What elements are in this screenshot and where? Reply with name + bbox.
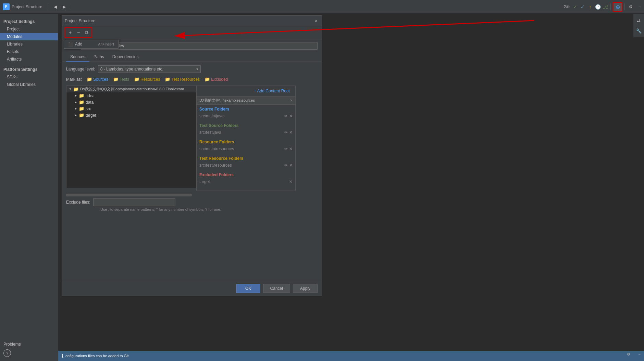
sidebar-item-facets[interactable]: Facets [0, 48, 58, 55]
dialog-close-button[interactable]: × [313, 18, 319, 24]
tab-paths[interactable]: Paths [89, 52, 108, 62]
dropdown-item-add[interactable]: ⬛ Add Alt+Insert [64, 40, 118, 48]
tree-and-panel: ▼ 📁 D:\我的文件\QQ文件\optaplanner-distributio… [66, 86, 318, 191]
app-icon: P [3, 3, 10, 10]
src-folder-icon: 📁 [79, 106, 84, 111]
test-resources-folder-icon: 📁 [165, 77, 170, 82]
minimize-icon[interactable]: − [636, 3, 643, 11]
git-check-green[interactable]: ✓ [571, 3, 579, 11]
dialog-footer: OK Cancel Apply [62, 281, 322, 296]
test-source-folder-remove[interactable]: ✕ [289, 130, 293, 135]
mark-as-row: Mark as: 📁 Sources 📁 Tests 📁 Resour [66, 76, 318, 82]
mark-test-resources[interactable]: 📁 Test Resources [163, 76, 201, 82]
source-folder-edit[interactable]: ✏ [284, 114, 288, 118]
sources-panel-close-button[interactable]: × [290, 98, 293, 103]
tree-scrollbar[interactable] [66, 194, 318, 196]
copy-button[interactable]: ⧉ [83, 29, 90, 36]
test-resource-folders-section: Test Resource Folders src\test\resources… [197, 154, 295, 170]
data-folder-icon: 📁 [79, 100, 84, 105]
tree-idea[interactable]: ▶ 📁 .idea [66, 92, 196, 99]
root-arrow: ▼ [68, 87, 73, 92]
sources-folder-icon: 📁 [87, 77, 92, 82]
ok-button[interactable]: OK [236, 284, 260, 293]
add-content-root-button[interactable]: + Add Content Root [251, 87, 293, 95]
add-dropdown: ⬛ Add Alt+Insert [64, 40, 119, 49]
resource-folder-item: src\main\resources ✏ ✕ [199, 146, 293, 152]
git-clock[interactable]: 🕐 [594, 3, 602, 11]
test-resource-folder-edit[interactable]: ✏ [284, 163, 288, 168]
source-folder-path: src\main\java [199, 114, 224, 118]
tree-data[interactable]: ▶ 📁 data [66, 99, 196, 105]
mark-as-label: Mark as: [66, 77, 82, 82]
mark-excluded[interactable]: 📁 Excluded [203, 76, 229, 82]
resources-folder-icon: 📁 [134, 77, 139, 82]
status-gear-icon[interactable]: ⚙ [627, 352, 630, 357]
tab-sources[interactable]: Sources [66, 52, 89, 62]
sidebar-item-libraries[interactable]: Libraries [0, 40, 58, 48]
add-button[interactable]: + [66, 29, 74, 36]
nav-forward[interactable]: ▶ [60, 3, 68, 11]
cancel-button[interactable]: Cancel [263, 284, 290, 293]
dialog-toolbar: + − ⧉ ⬛ Add [62, 26, 322, 39]
sidebar-item-problems[interactable]: Problems [0, 340, 58, 348]
resource-folders-section: Resource Folders src\main\resources ✏ ✕ [197, 138, 295, 154]
excluded-folder-actions: ✕ [289, 179, 293, 184]
resource-folder-remove[interactable]: ✕ [289, 146, 293, 151]
mark-resources[interactable]: 📁 Resources [133, 76, 161, 82]
tab-dependencies[interactable]: Dependencies [108, 52, 143, 62]
test-resource-folder-remove[interactable]: ✕ [289, 163, 293, 168]
excluded-folder-icon: 📁 [205, 77, 210, 82]
resource-folder-actions: ✏ ✕ [284, 146, 293, 151]
exclude-files-label: Exclude files: [66, 200, 90, 205]
tree-target[interactable]: ▶ 📁 target [66, 112, 196, 118]
git-branch[interactable]: ⎇ [602, 3, 609, 11]
excluded-folder-remove[interactable]: ✕ [289, 179, 293, 184]
sep3 [610, 3, 611, 10]
highlighted-action-button[interactable]: ⊕ [613, 2, 622, 12]
target-label: target [86, 113, 96, 118]
src-arrow: ▶ [73, 106, 78, 111]
project-structure-dialog: Project Structure × + − [62, 15, 322, 296]
exclude-files-row: Exclude files: [66, 198, 318, 206]
settings-icon[interactable]: ⚙ [627, 3, 634, 11]
toolbar-separator2 [70, 3, 70, 10]
sidebar-item-project[interactable]: Project [0, 25, 58, 33]
nav-back[interactable]: ◀ [51, 3, 59, 11]
resource-folder-edit[interactable]: ✏ [284, 146, 288, 151]
sidebar-item-global-libraries[interactable]: Global Libraries [0, 81, 58, 88]
tree-src[interactable]: ▶ 📁 src [66, 105, 196, 112]
source-folders-title: Source Folders [199, 107, 293, 112]
file-tree[interactable]: ▼ 📁 D:\我的文件\QQ文件\optaplanner-distributio… [66, 86, 196, 188]
idea-label: .idea [86, 93, 95, 98]
git-check-blue[interactable]: ✓ [579, 3, 586, 11]
add-content-root-row: + Add Content Root [197, 86, 295, 96]
remove-button[interactable]: − [75, 29, 82, 36]
sidebar: Project Settings Project Modules Librari… [0, 14, 58, 361]
source-folder-remove[interactable]: ✕ [289, 114, 293, 118]
resource-folder-path: src\main\resources [199, 146, 234, 151]
data-arrow: ▶ [73, 100, 78, 105]
test-source-folder-item: src\test\java ✏ ✕ [199, 129, 293, 136]
language-level-select[interactable]: 8 - Lambdas, type annotations etc. 11 - … [98, 65, 201, 73]
right-panel-sync-icon[interactable]: ⇄ [635, 16, 643, 25]
apply-button[interactable]: Apply [293, 284, 318, 293]
source-folder-actions: ✏ ✕ [284, 114, 293, 118]
root-folder-icon: 📁 [73, 87, 79, 92]
git-arrow-up[interactable]: ↑ [586, 3, 594, 11]
right-panel-wrench-icon[interactable]: 🔧 [635, 27, 643, 35]
tab-content: Language level: 8 - Lambdas, type annota… [62, 62, 322, 281]
tree-root[interactable]: ▼ 📁 D:\我的文件\QQ文件\optaplanner-distributio… [66, 86, 196, 92]
excluded-folders-title: Excluded Folders [199, 172, 293, 177]
idea-arrow: ▶ [73, 93, 78, 98]
tree-scrollbar-thumb [66, 194, 192, 196]
toolbar-right: Git: ✓ ✓ ↑ 🕐 ⎇ ⊕ ⚙ − [564, 0, 644, 14]
exclude-files-input[interactable] [93, 198, 175, 206]
status-minimize-icon[interactable]: − [639, 352, 641, 356]
sidebar-item-modules[interactable]: Modules [0, 33, 58, 40]
sidebar-item-sdks[interactable]: SDKs [0, 73, 58, 81]
sidebar-item-artifacts[interactable]: Artifacts [0, 55, 58, 63]
mark-tests[interactable]: 📁 Tests [112, 76, 131, 82]
help-icon[interactable]: ? [3, 349, 11, 357]
test-source-folder-edit[interactable]: ✏ [284, 130, 288, 135]
mark-sources[interactable]: 📁 Sources [85, 76, 110, 82]
